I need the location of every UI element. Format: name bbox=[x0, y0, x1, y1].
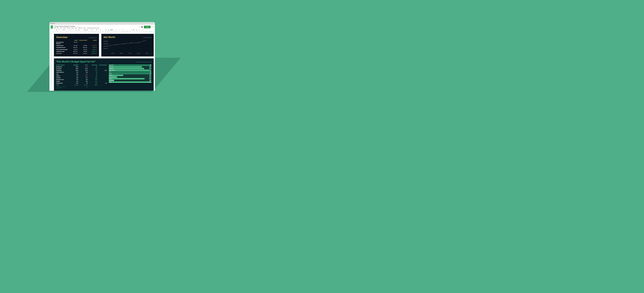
row-header-29[interactable]: 29 bbox=[50, 83, 53, 85]
row-header-25[interactable]: 25 bbox=[50, 76, 53, 77]
col-header-e[interactable]: E bbox=[82, 31, 90, 32]
activity-icon[interactable] bbox=[138, 26, 140, 28]
folder-icon[interactable]: ▬ bbox=[78, 26, 79, 27]
col-header-r[interactable]: R bbox=[129, 31, 132, 32]
text-rotation-button[interactable] bbox=[126, 29, 128, 31]
col-header-f[interactable]: F bbox=[90, 31, 92, 32]
col-header-v[interactable]: V bbox=[151, 31, 153, 32]
row-header-9[interactable]: 9 bbox=[50, 47, 53, 49]
col-header-t[interactable]: T bbox=[144, 31, 149, 32]
bold-button[interactable]: B bbox=[96, 29, 97, 31]
col-header-h[interactable]: H bbox=[94, 31, 97, 32]
redo-button[interactable] bbox=[53, 29, 55, 31]
text-wrap-button[interactable] bbox=[122, 29, 125, 31]
undo-button[interactable] bbox=[50, 29, 52, 31]
row-header-28[interactable]: 28 bbox=[50, 81, 53, 83]
row-header-26[interactable]: 26 bbox=[50, 77, 53, 79]
col-header-p[interactable]: P bbox=[124, 31, 126, 32]
menu-add-ons[interactable]: Add-ons bbox=[78, 27, 82, 28]
col-header-m[interactable]: M bbox=[107, 31, 109, 32]
link-button[interactable] bbox=[130, 29, 132, 31]
row-header-21[interactable]: 21 bbox=[50, 69, 53, 70]
currency-button[interactable]: $ bbox=[68, 29, 70, 31]
v-align-button[interactable] bbox=[118, 29, 121, 31]
share-button[interactable]: Share bbox=[144, 26, 150, 28]
row-header-3[interactable]: 3 bbox=[50, 37, 53, 38]
row-header-17[interactable]: 17 bbox=[50, 61, 53, 63]
maximize-dot[interactable] bbox=[54, 23, 55, 24]
close-dot[interactable] bbox=[50, 23, 52, 24]
functions-button[interactable]: Σ bbox=[142, 29, 144, 31]
comment-button[interactable]: + bbox=[133, 29, 135, 31]
row-header-19[interactable]: 19 bbox=[50, 65, 53, 67]
col-header-j[interactable]: J bbox=[100, 31, 102, 32]
row-header-18[interactable]: 18 bbox=[50, 63, 53, 65]
menu-insert[interactable]: Insert bbox=[63, 27, 66, 28]
chart-button[interactable] bbox=[136, 29, 137, 31]
font-dropdown[interactable]: Overpass bbox=[83, 29, 89, 31]
col-header-o[interactable]: O bbox=[122, 31, 124, 32]
row-header-2[interactable]: 2 bbox=[50, 35, 53, 37]
col-header-u[interactable]: U bbox=[149, 31, 151, 32]
menu-edit[interactable]: Edit bbox=[57, 27, 59, 28]
col-header-g[interactable]: G bbox=[92, 31, 94, 32]
strikethrough-button[interactable]: S bbox=[100, 29, 101, 31]
collapse-toolbar-icon[interactable]: ⌃ bbox=[152, 29, 154, 30]
col-header-a[interactable]: A bbox=[53, 31, 55, 32]
decrease-decimal-button[interactable]: .0 bbox=[73, 29, 74, 31]
row-header-15[interactable]: 15 bbox=[50, 58, 53, 60]
percent-button[interactable]: % bbox=[70, 29, 72, 31]
row-header-27[interactable]: 27 bbox=[50, 79, 53, 81]
row-header-13[interactable]: 13 bbox=[50, 54, 53, 56]
row-header-7[interactable]: 7 bbox=[50, 44, 53, 45]
star-icon[interactable]: ☆ bbox=[76, 25, 77, 27]
row-header-12[interactable]: 12 bbox=[50, 53, 53, 54]
menu-data[interactable]: Data bbox=[71, 27, 74, 28]
row-header-23[interactable]: 23 bbox=[50, 72, 53, 74]
col-header-s[interactable]: S bbox=[132, 31, 144, 32]
row-header-10[interactable]: 10 bbox=[50, 49, 53, 51]
italic-button[interactable]: I bbox=[98, 29, 99, 31]
col-header-n[interactable]: N bbox=[109, 31, 122, 32]
menu-file[interactable]: File bbox=[54, 27, 56, 28]
col-header-c[interactable]: C bbox=[60, 31, 74, 32]
row-header-6[interactable]: 6 bbox=[50, 42, 53, 44]
fill-color-button[interactable] bbox=[105, 29, 107, 31]
col-header-q[interactable]: Q bbox=[126, 31, 129, 32]
minimize-dot[interactable] bbox=[52, 23, 53, 24]
row-header-5[interactable]: 5 bbox=[50, 40, 53, 42]
saved-status[interactable]: All changes saved in Drive bbox=[87, 27, 99, 28]
zoom-dropdown[interactable]: 100% bbox=[62, 29, 66, 31]
avatar[interactable] bbox=[152, 26, 154, 28]
row-header-16[interactable]: 16 bbox=[50, 60, 53, 61]
row-header-24[interactable]: 24 bbox=[50, 74, 53, 76]
menu-tools[interactable]: Tools bbox=[74, 27, 77, 28]
increase-decimal-button[interactable]: .00 bbox=[75, 29, 77, 31]
print-button[interactable] bbox=[56, 29, 58, 31]
row-header-22[interactable]: 22 bbox=[50, 70, 53, 72]
borders-button[interactable] bbox=[108, 29, 110, 31]
row-header-14[interactable]: 14 bbox=[50, 56, 53, 58]
menu-view[interactable]: View bbox=[60, 27, 62, 28]
col-header-b[interactable]: B bbox=[55, 31, 60, 32]
col-header-k[interactable]: K bbox=[102, 31, 104, 32]
font-size-dropdown[interactable]: 10 bbox=[91, 29, 94, 31]
row-header-11[interactable]: 11 bbox=[50, 51, 53, 53]
filter-button[interactable] bbox=[138, 29, 141, 31]
sheet-canvas[interactable]: Overview As end of Jan '20 Latest Previo… bbox=[53, 32, 155, 91]
col-header-d[interactable]: D bbox=[74, 31, 82, 32]
more-formats-dropdown[interactable]: 123 bbox=[78, 29, 81, 31]
col-header-i[interactable]: I bbox=[97, 31, 100, 32]
h-align-button[interactable] bbox=[115, 29, 118, 31]
menu-help[interactable]: Help bbox=[83, 27, 86, 28]
text-color-button[interactable]: A bbox=[102, 29, 103, 31]
comments-icon[interactable] bbox=[141, 26, 143, 28]
merge-cells-button[interactable] bbox=[110, 29, 113, 31]
menu-format[interactable]: Format bbox=[67, 27, 70, 28]
row-header-4[interactable]: 4 bbox=[50, 38, 53, 40]
col-header-l[interactable]: L bbox=[104, 31, 107, 32]
select-all-cell[interactable] bbox=[50, 31, 53, 32]
doc-title[interactable]: Google Sheets Budget Template bbox=[54, 25, 75, 27]
paint-format-button[interactable] bbox=[58, 29, 60, 31]
row-header-8[interactable]: 8 bbox=[50, 45, 53, 47]
